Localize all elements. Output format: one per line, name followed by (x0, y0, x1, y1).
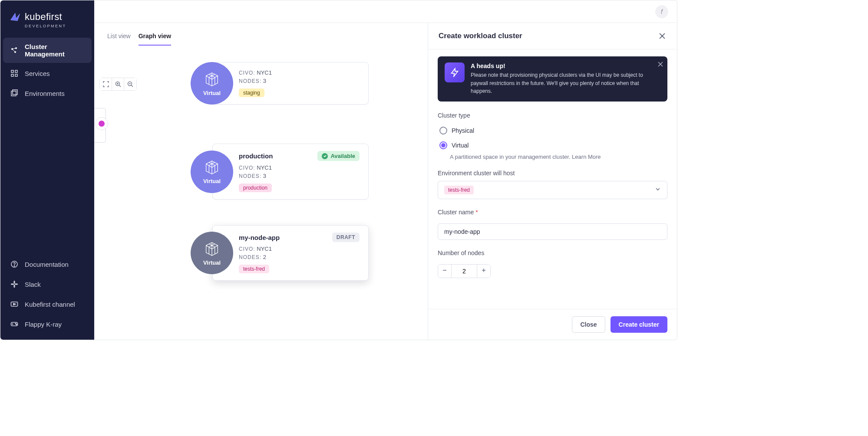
status-badge: Available (317, 151, 360, 161)
stack-icon (10, 89, 19, 98)
nav-item-services[interactable]: Services (3, 64, 92, 83)
radio-physical-label: Physical (452, 127, 474, 134)
nav-item-flappy-k-ray[interactable]: Flappy K-ray (3, 315, 92, 334)
cluster-card: productionAvailable CIVO: NYC1 NODES: 3 … (212, 144, 369, 200)
hub-dot-icon (99, 121, 105, 127)
hub-node[interactable] (96, 118, 108, 130)
increment-button[interactable] (477, 265, 490, 278)
nav-label: Kubefirst channel (25, 301, 75, 308)
alert-close-button[interactable] (658, 61, 663, 69)
cluster-type-label: Cluster type (438, 112, 667, 119)
close-panel-button[interactable] (658, 32, 667, 40)
cluster-kind-label: Virtual (203, 90, 221, 96)
cluster-card: my-node-appDRAFT CIVO: NYC1 NODES: 2 tes… (212, 225, 369, 281)
radio-outer-icon (439, 127, 447, 134)
cluster-node[interactable]: Virtual productionAvailable CIVO: NYC1 N… (191, 144, 369, 200)
paywall-alert: A heads up! Please note that provisionin… (438, 56, 667, 102)
brand-logo-icon (9, 11, 21, 23)
node-count-stepper: 2 (438, 264, 491, 278)
close-button[interactable]: Close (572, 316, 605, 333)
create-cluster-panel: Create workload cluster A heads up! Plea… (428, 23, 677, 340)
cluster-circle: Virtual (191, 151, 233, 193)
brand: kubefirst DEVELOPMENT (3, 8, 92, 38)
gamepad-icon (10, 320, 19, 328)
nav-item-slack[interactable]: Slack (3, 275, 92, 294)
cluster-circle: Virtual (191, 232, 233, 274)
nav-label: Environments (25, 90, 65, 97)
avatar-initials: f (661, 8, 663, 15)
panel-footer: Close Create cluster (428, 309, 677, 340)
nav-item-documentation[interactable]: Documentation (3, 255, 92, 274)
env-select[interactable]: tests-fred (438, 181, 667, 199)
graph-toolbar (99, 78, 137, 91)
grid-icon (10, 69, 19, 78)
env-tag: production (239, 184, 272, 192)
slack-icon (10, 280, 19, 288)
status-badge: DRAFT (332, 233, 360, 242)
radio-outer-icon (439, 141, 447, 149)
zoom-in-button[interactable] (112, 78, 124, 90)
cluster-kind-label: Virtual (203, 259, 221, 266)
panel-title: Create workload cluster (439, 32, 522, 40)
fit-button[interactable] (100, 78, 112, 90)
svg-rect-16 (15, 284, 18, 285)
topbar: f (94, 0, 677, 23)
cluster-circle: Virtual (191, 62, 233, 105)
nav-item-cluster-management[interactable]: Cluster Management (3, 38, 92, 63)
node-count-label: Number of nodes (438, 249, 667, 256)
main: f List view Graph view (94, 0, 677, 340)
brand-subtitle: DEVELOPMENT (25, 24, 86, 28)
create-cluster-button[interactable]: Create cluster (611, 316, 667, 333)
alert-title: A heads up! (471, 62, 660, 69)
nav-label: Flappy K-ray (25, 321, 62, 328)
check-icon (322, 153, 328, 159)
youtube-icon (10, 300, 19, 308)
nav-item-kubefirst-channel[interactable]: Kubefirst channel (3, 295, 92, 314)
cluster-card: CIVO: NYC1 NODES: 3 staging (212, 62, 369, 105)
svg-rect-15 (11, 284, 14, 285)
alert-text: Please note that provisioning physical c… (471, 71, 660, 95)
svg-rect-10 (13, 90, 17, 95)
help-circle-icon (10, 260, 19, 269)
svg-point-12 (14, 266, 14, 266)
learn-more-link[interactable]: Learn More (572, 154, 601, 160)
cluster-kind-label: Virtual (203, 178, 221, 184)
nav-label: Services (25, 70, 50, 77)
nav-label: Slack (25, 281, 41, 288)
svg-rect-7 (11, 74, 13, 76)
env-select-value: tests-fred (444, 186, 474, 194)
sidebar: kubefirst DEVELOPMENT Cluster Management… (0, 0, 94, 340)
env-field-label: Environment cluster will host (438, 170, 667, 177)
env-tag: staging (239, 89, 264, 97)
svg-line-31 (132, 85, 133, 87)
virtual-hint: A partitioned space in your management c… (450, 154, 667, 160)
zoom-out-button[interactable] (124, 78, 136, 90)
env-tag: tests-fred (239, 265, 269, 273)
brand-name: kubefirst (25, 11, 62, 23)
cluster-node[interactable]: Virtual my-node-appDRAFT CIVO: NYC1 NODE… (191, 225, 369, 281)
nav-item-environments[interactable]: Environments (3, 84, 92, 103)
node-count-value: 2 (451, 265, 477, 278)
panel-header: Create workload cluster (428, 23, 677, 49)
radio-virtual-label: Virtual (452, 142, 469, 149)
svg-rect-6 (15, 70, 17, 72)
chevron-down-icon (655, 186, 661, 194)
cluster-icon (10, 46, 19, 55)
decrement-button[interactable] (438, 265, 451, 278)
cluster-name-label: Cluster name * (438, 209, 667, 216)
svg-rect-8 (15, 74, 17, 76)
svg-line-4 (12, 49, 15, 52)
radio-virtual[interactable]: Virtual (438, 138, 667, 153)
svg-line-27 (119, 85, 121, 87)
cluster-name-input[interactable] (438, 223, 667, 240)
nav-label: Documentation (25, 261, 69, 268)
svg-point-21 (15, 323, 16, 324)
svg-rect-14 (14, 285, 15, 288)
svg-rect-9 (11, 91, 16, 96)
svg-rect-5 (11, 70, 13, 72)
user-avatar[interactable]: f (655, 5, 668, 18)
graph-view: List view Graph view (94, 23, 428, 340)
svg-point-22 (16, 324, 17, 325)
cluster-node[interactable]: Virtual CIVO: NYC1 NODES: 3 staging (191, 62, 369, 105)
radio-physical[interactable]: Physical (438, 123, 667, 138)
